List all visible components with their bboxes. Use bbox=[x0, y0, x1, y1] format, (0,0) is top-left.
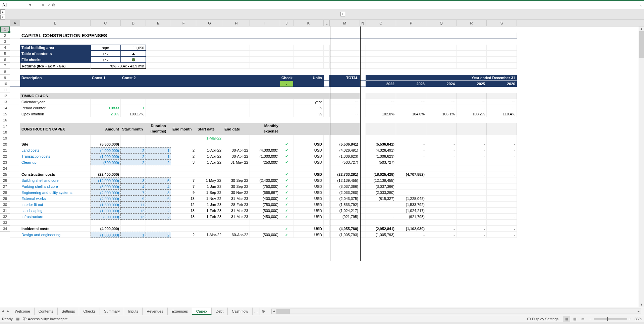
sheet-tabs-bar: ◄ ► WelcomeContentsSettingsChecksSummary… bbox=[0, 307, 644, 315]
row-header-28[interactable]: 28 bbox=[0, 190, 10, 196]
accessibility-status[interactable]: Accessibility: Investigate bbox=[28, 317, 68, 321]
row-header-13[interactable]: 13 bbox=[0, 99, 10, 105]
col-header-G[interactable]: G bbox=[196, 20, 223, 26]
hscroll-right-icon[interactable]: ► bbox=[636, 310, 641, 313]
row-header-17[interactable]: 17 bbox=[0, 123, 10, 129]
col-header-F[interactable]: F bbox=[171, 20, 196, 26]
display-settings-icon[interactable]: 🖵 bbox=[527, 317, 531, 321]
row-header-23[interactable]: 23 bbox=[0, 159, 10, 165]
sheet-tab-checks[interactable]: Checks bbox=[79, 308, 100, 315]
col-header-E[interactable]: E bbox=[146, 20, 171, 26]
accessibility-icon[interactable]: ⓘ bbox=[23, 316, 26, 321]
hscroll-thumb[interactable] bbox=[276, 309, 290, 314]
row-header-7[interactable]: 7 bbox=[0, 63, 10, 69]
row-header-9[interactable]: 9 bbox=[0, 75, 10, 81]
col-header-O[interactable]: O bbox=[366, 20, 396, 26]
sheet-tab-summary[interactable]: Summary bbox=[100, 308, 124, 315]
row-header-18[interactable]: 18 bbox=[0, 129, 10, 135]
name-box-dropdown-icon[interactable]: ▾ bbox=[28, 3, 33, 7]
select-all-corner[interactable] bbox=[0, 20, 10, 26]
add-sheet-icon[interactable]: ⊕ bbox=[260, 309, 267, 314]
sheet-tab-capex[interactable]: Capex bbox=[192, 308, 212, 315]
col-header-R[interactable]: R bbox=[457, 20, 487, 26]
formula-input[interactable] bbox=[56, 2, 638, 8]
row-header-15[interactable]: 15 bbox=[0, 111, 10, 117]
scroll-thumb[interactable] bbox=[639, 31, 644, 58]
row-header-32[interactable]: 32 bbox=[0, 214, 10, 220]
row-header-8[interactable]: 8 bbox=[0, 69, 10, 75]
sheet-tab-revenues[interactable]: Revenues bbox=[143, 308, 168, 315]
sheet-tab-contents[interactable]: Contents bbox=[35, 308, 58, 315]
sheet-tab-inputs[interactable]: Inputs bbox=[124, 308, 143, 315]
fx-icon[interactable]: fx bbox=[52, 3, 55, 7]
row-header-20[interactable]: 20 bbox=[0, 141, 10, 147]
macro-record-icon[interactable]: ▦ bbox=[16, 317, 19, 321]
row-header-29[interactable]: 29 bbox=[0, 196, 10, 202]
col-header-A[interactable]: A bbox=[10, 20, 20, 26]
row-header-24[interactable]: 24 bbox=[0, 165, 10, 171]
outline-level-2[interactable]: 2 bbox=[0, 15, 5, 19]
tab-more[interactable]: ... bbox=[253, 308, 260, 315]
sheet-tab-debt[interactable]: Debt bbox=[212, 308, 228, 315]
row-header-19[interactable]: 19 bbox=[0, 135, 10, 141]
row-header-34[interactable]: 34 bbox=[0, 226, 10, 232]
sheet-tab-welcome[interactable]: Welcome bbox=[11, 308, 35, 315]
zoom-level[interactable]: 85% bbox=[635, 317, 642, 321]
display-settings[interactable]: Display Settings bbox=[532, 317, 558, 321]
zoom-slider[interactable] bbox=[594, 318, 627, 320]
name-box[interactable]: A1 ▾ bbox=[1, 2, 34, 8]
sheet-tab-settings[interactable]: Settings bbox=[58, 308, 79, 315]
vertical-scrollbar[interactable]: ▲ ▼ bbox=[639, 26, 644, 307]
accept-formula-icon: ✓ bbox=[46, 3, 52, 7]
scroll-up-icon[interactable]: ▲ bbox=[639, 26, 644, 31]
scroll-down-icon[interactable]: ▼ bbox=[639, 302, 644, 307]
horizontal-scrollbar[interactable]: ◄ ► bbox=[271, 309, 641, 314]
col-header-K[interactable]: K bbox=[293, 20, 324, 26]
sheet-tab-cash-flow[interactable]: Cash flow bbox=[228, 308, 252, 315]
col-header-D[interactable]: D bbox=[121, 20, 146, 26]
row-header-11[interactable]: 11 bbox=[0, 87, 10, 93]
outline-expand-icon[interactable]: + bbox=[340, 12, 345, 16]
col-header-S[interactable]: S bbox=[487, 20, 517, 26]
sheet-tab-expenses[interactable]: Expenses bbox=[168, 308, 192, 315]
row-header-10[interactable]: 10 bbox=[0, 81, 10, 87]
page-break-view-icon[interactable]: ▭ bbox=[579, 316, 586, 322]
expand-formula-bar-icon[interactable]: ⌄ bbox=[638, 3, 644, 7]
tab-nav-next-icon[interactable]: ► bbox=[5, 309, 11, 313]
row-header-16[interactable]: 16 bbox=[0, 117, 10, 123]
hscroll-left-icon[interactable]: ◄ bbox=[272, 310, 276, 313]
row-header-12[interactable]: 12 bbox=[0, 93, 10, 99]
row-header-1[interactable]: 1 bbox=[0, 26, 10, 33]
zoom-out-icon[interactable]: − bbox=[589, 317, 591, 321]
col-header-Q[interactable]: Q bbox=[426, 20, 457, 26]
row-header-31[interactable]: 31 bbox=[0, 208, 10, 214]
col-header-J[interactable]: J bbox=[280, 20, 293, 26]
col-header-N[interactable]: N bbox=[360, 20, 366, 26]
row-header-22[interactable]: 22 bbox=[0, 153, 10, 159]
col-header-P[interactable]: P bbox=[396, 20, 426, 26]
row-header-5[interactable]: 5 bbox=[0, 51, 10, 57]
page-title[interactable]: CAPITAL CONSTRUCTION EXPENSES bbox=[20, 33, 517, 39]
row-header-3[interactable]: 3 bbox=[0, 39, 10, 45]
row-header-27[interactable]: 27 bbox=[0, 183, 10, 190]
row-header-4[interactable]: 4 bbox=[0, 45, 10, 51]
col-header-C[interactable]: C bbox=[91, 20, 121, 26]
col-header-H[interactable]: H bbox=[223, 20, 250, 26]
row-header-14[interactable]: 14 bbox=[0, 105, 10, 111]
col-header-B[interactable]: B bbox=[20, 20, 91, 26]
outline-level-1[interactable]: 1 bbox=[0, 9, 5, 14]
page-layout-view-icon[interactable]: ▤ bbox=[571, 316, 578, 322]
row-header-26[interactable]: 26 bbox=[0, 177, 10, 183]
zoom-in-icon[interactable]: + bbox=[629, 317, 631, 321]
tab-nav-prev-icon[interactable]: ◄ bbox=[0, 309, 5, 313]
row-header-21[interactable]: 21 bbox=[0, 147, 10, 153]
row-header-33[interactable]: 33 bbox=[0, 220, 10, 226]
row-header-2[interactable]: 2 bbox=[0, 33, 10, 39]
col-header-I[interactable]: I bbox=[250, 20, 280, 26]
row-header-25[interactable]: 25 bbox=[0, 171, 10, 177]
col-header-M[interactable]: M bbox=[330, 20, 360, 26]
row-header-6[interactable]: 6 bbox=[0, 57, 10, 63]
row-header-30[interactable]: 30 bbox=[0, 202, 10, 208]
spreadsheet-grid[interactable]: ABCDEFGHIJKLMNOPQRS 12345678910111213141… bbox=[0, 20, 644, 307]
normal-view-icon[interactable]: ▦ bbox=[563, 316, 570, 322]
